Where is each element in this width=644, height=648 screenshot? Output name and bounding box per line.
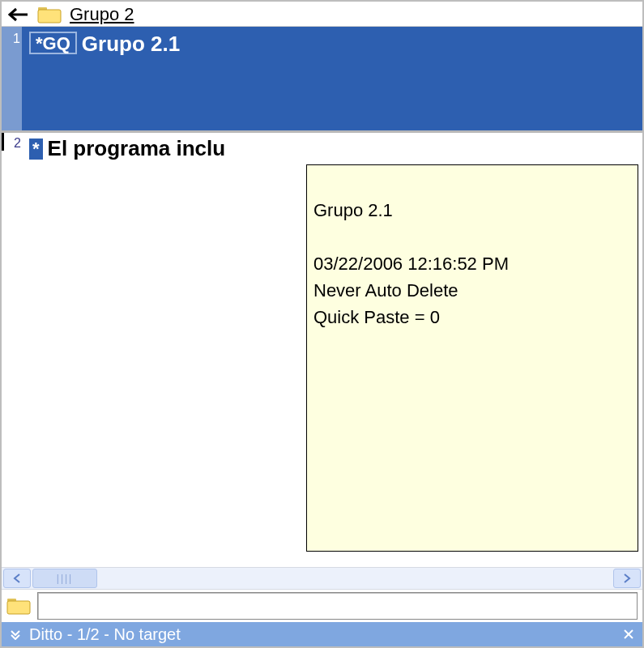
search-input[interactable] [37, 592, 638, 620]
folder-icon [37, 6, 62, 23]
breadcrumb-bar: Grupo 2 [2, 2, 642, 26]
horizontal-scrollbar[interactable]: |||| [2, 567, 642, 590]
hotkey-tag: GQ [43, 33, 70, 53]
app-window: Grupo 2 1 *GQ Grupo 2.1 2 * El programa … [0, 0, 644, 648]
tooltip-auto-delete: Never Auto Delete [313, 280, 458, 301]
list-item[interactable]: 2 * El programa inclu [2, 133, 642, 164]
chevron-down-icon[interactable] [10, 629, 21, 640]
list-item[interactable]: 1 *GQ Grupo 2.1 [2, 27, 642, 133]
clip-title: Grupo 2.1 [82, 32, 180, 57]
back-arrow-icon[interactable] [8, 6, 29, 23]
clip-title: El programa inclu [48, 136, 226, 161]
row-index: 2 [2, 133, 23, 151]
tooltip-title: Grupo 2.1 [313, 200, 393, 220]
close-icon[interactable] [623, 629, 634, 640]
status-text: Ditto - 1/2 - No target [29, 625, 181, 644]
scroll-thumb[interactable]: |||| [32, 569, 97, 588]
row-index: 1 [2, 27, 23, 130]
pin-star-icon: * [36, 33, 43, 53]
status-bar: Ditto - 1/2 - No target [2, 622, 642, 646]
scroll-right-button[interactable] [613, 569, 641, 588]
svg-rect-4 [7, 601, 30, 614]
tooltip-timestamp: 03/22/2006 12:16:52 PM [313, 254, 509, 274]
svg-rect-2 [38, 10, 61, 23]
breadcrumb-label[interactable]: Grupo 2 [70, 4, 134, 25]
search-bar [2, 590, 642, 622]
clip-tooltip: Grupo 2.1 03/22/2006 12:16:52 PM Never A… [306, 164, 638, 552]
folder-icon[interactable] [6, 597, 31, 615]
pin-star-icon: * [32, 140, 40, 158]
tooltip-quick-paste: Quick Paste = 0 [313, 307, 440, 327]
clip-list: 1 *GQ Grupo 2.1 2 * El programa inclu Gr… [2, 26, 642, 567]
scroll-left-button[interactable] [3, 569, 31, 588]
